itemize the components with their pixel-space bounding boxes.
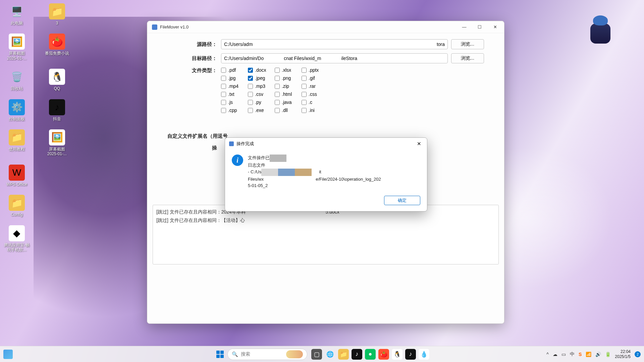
filetype-checkbox-mp3[interactable]: .mp3 [248, 83, 275, 89]
filetype-checkbox-xlsx[interactable]: .xlsx [275, 67, 302, 73]
filetype-checkbox-js[interactable]: .js [221, 100, 248, 105]
close-button[interactable]: ✕ [487, 22, 503, 33]
desktop-icon-label: 控制面板 [9, 117, 25, 121]
tray-cloud-icon[interactable]: ☁ [553, 352, 557, 357]
filetype-checkbox-gif[interactable]: .gif [302, 75, 328, 81]
desktop-icon-label: 抖音 [53, 117, 61, 121]
app-icon [152, 24, 157, 30]
desktop-icon[interactable]: ♪抖音 [44, 99, 70, 121]
target-browse-button[interactable]: 浏览... [451, 53, 484, 63]
desktop-icon-label: 回收站 [11, 86, 23, 91]
filetype-checkbox-ini[interactable]: .ini [302, 108, 328, 113]
filetype-checkbox-css[interactable]: .css [302, 92, 328, 97]
tray-chevron-icon[interactable]: ^ [546, 352, 549, 357]
desktop-icon[interactable]: 🐧QQ [44, 69, 70, 91]
filetype-checkbox-c[interactable]: .c [302, 100, 328, 105]
target-path-input[interactable]: C:/Users/admin/Do cnat Files/wxid_m ileS… [221, 53, 448, 63]
filetype-checkbox-cpp[interactable]: .cpp [221, 108, 248, 113]
source-browse-button[interactable]: 浏览... [451, 39, 484, 49]
filetype-checkbox-docx[interactable]: .docx [248, 67, 275, 73]
taskbar-app[interactable]: 💧 [419, 349, 429, 360]
taskbar: 🔍 搜索 ▢🌐📁♪●🍅🐧♪💧 ^ ☁ ▭ 中 S 📶 🔊 🔋 22:04 202… [0, 346, 644, 362]
window-title: FileMover v1.0 [160, 24, 457, 29]
taskbar-app[interactable]: 🌐 [325, 349, 335, 360]
desktop-icon-image: W [9, 165, 25, 181]
dialog-app-icon [229, 141, 234, 146]
desktop-icon[interactable]: WWPS Office [4, 165, 30, 187]
desktop-icon-label: 此电脑 [11, 21, 23, 25]
desktop-icon-image: 🖼️ [9, 34, 25, 50]
titlebar: FileMover v1.0 — ☐ ✕ [147, 21, 504, 33]
filetype-checkbox-txt[interactable]: .txt [221, 92, 248, 97]
minimize-button[interactable]: — [457, 22, 472, 33]
desktop-icon-image: 📁 [9, 129, 25, 145]
log-output[interactable]: [跳过] 文件已存在且内容相同：2024年本科 5.docx [跳过] 文件已存… [153, 205, 499, 264]
desktop-assistant-widget[interactable] [584, 10, 617, 57]
desktop-icon-image: 🗑️ [9, 69, 25, 85]
notification-badge[interactable]: 2 [635, 351, 641, 357]
filetype-checkbox-py[interactable]: .py [248, 100, 275, 105]
desktop-icon[interactable]: 🖼️屏幕截图 2025-01-... [4, 34, 30, 61]
filetype-checkbox-csv[interactable]: .csv [248, 92, 275, 97]
tray-wifi-icon[interactable]: 📶 [586, 352, 591, 357]
filetype-checkbox-png[interactable]: .png [275, 75, 302, 81]
operation-complete-dialog: 操作完成 ✕ i 文件操作已 日志文件 - C:/Us it Files/wx … [225, 137, 427, 212]
desktop-icon-label: 腾讯应用宝-畅玩手机软... [4, 243, 30, 252]
filetype-checkbox-jpg[interactable]: .jpg [221, 75, 248, 81]
source-path-row: 源路径： C:/Users/adm tora 浏览... [167, 39, 484, 49]
taskbar-app[interactable]: ▢ [311, 349, 322, 360]
desktop-icon-image: ⚙️ [9, 99, 25, 115]
filetype-checkbox-jpeg[interactable]: .jpeg [248, 75, 275, 81]
desktop-icon[interactable]: 🖥️此电脑 [4, 3, 30, 25]
dialog-ok-button[interactable]: 确定 [384, 196, 420, 205]
filetype-checkbox-rar[interactable]: .rar [302, 83, 328, 89]
custom-ext-label: 自定义文件扩展名（用逗号 [167, 133, 232, 139]
desktop-icon[interactable]: 🍅番茄免费小说 [44, 34, 70, 61]
dialog-close-button[interactable]: ✕ [414, 139, 424, 148]
desktop-icon[interactable]: 📁Config [4, 195, 30, 217]
filetype-checkbox-mp4[interactable]: .mp4 [221, 83, 248, 89]
filetype-checkbox-pdf[interactable]: .pdf [221, 67, 248, 73]
desktop-icon[interactable]: 🖼️屏幕截图 2025-01-... [44, 129, 70, 157]
desktop-icon[interactable]: 📁3 [44, 3, 70, 25]
widgets-button[interactable] [3, 350, 13, 359]
taskbar-clock[interactable]: 22:04 2025/1/5 [615, 349, 631, 359]
log-line: [跳过] 文件已存在且内容相同：【活动】心 [156, 216, 495, 225]
tray-project-icon[interactable]: ▭ [561, 352, 566, 357]
taskbar-app[interactable]: 📁 [338, 349, 349, 360]
taskbar-app[interactable]: ♪ [405, 349, 416, 360]
target-path-row: 目标路径： C:/Users/admin/Do cnat Files/wxid_… [167, 53, 484, 63]
filetype-checkbox-html[interactable]: .html [275, 92, 302, 97]
filetype-checks: .pdf.docx.xlsx.pptx.jpg.jpeg.png.gif.mp4… [221, 67, 484, 113]
desktop-icon-image: ◆ [9, 225, 25, 241]
tray-volume-icon[interactable]: 🔊 [595, 352, 601, 357]
desktop-icon[interactable]: ⚙️控制面板 [4, 99, 30, 121]
tray-sogou-icon[interactable]: S [579, 352, 582, 357]
filetype-checkbox-zip[interactable]: .zip [275, 83, 302, 89]
tray-battery-icon[interactable]: 🔋 [605, 352, 611, 357]
filetype-checkbox-dll[interactable]: .dll [275, 108, 302, 113]
desktop-icon-label: 番茄免费小说 [45, 51, 69, 56]
source-path-input[interactable]: C:/Users/adm tora [221, 39, 448, 49]
desktop-icon-image: 📁 [49, 3, 65, 19]
filetype-checkbox-pptx[interactable]: .pptx [302, 67, 328, 73]
taskbar-app[interactable]: ● [365, 349, 376, 360]
op-mode-label: 操 [167, 145, 221, 151]
dialog-title: 操作完成 [236, 141, 414, 147]
taskbar-app[interactable]: ♪ [352, 349, 362, 360]
desktop-icon[interactable]: ◆腾讯应用宝-畅玩手机软... [4, 225, 30, 252]
maximize-button[interactable]: ☐ [472, 22, 487, 33]
tray-ime-icon[interactable]: 中 [570, 351, 575, 357]
desktop-icon-label: 屏幕截图 2025-01-... [4, 51, 30, 61]
filetype-checkbox-exe[interactable]: .exe [248, 108, 275, 113]
filetype-checkbox-java[interactable]: .java [275, 100, 302, 105]
desktop-icon[interactable]: 📁使用教程 [4, 129, 30, 157]
start-button[interactable] [215, 349, 225, 360]
desktop-icon[interactable]: 🗑️回收站 [4, 69, 30, 91]
taskbar-app[interactable]: 🐧 [392, 349, 402, 360]
desktop-icon-image: 🐧 [49, 69, 65, 85]
taskbar-search[interactable]: 🔍 搜索 [227, 349, 307, 360]
desktop-icon-image: 🖼️ [49, 129, 65, 145]
filetype-label: 文件类型： [167, 67, 221, 74]
taskbar-app[interactable]: 🍅 [378, 349, 389, 360]
